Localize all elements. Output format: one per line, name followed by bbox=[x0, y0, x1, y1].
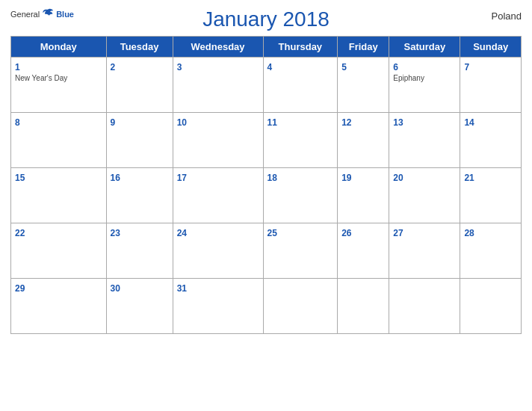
header-monday: Monday bbox=[11, 37, 107, 58]
week-row-4: 22232425262728 bbox=[11, 223, 522, 279]
week-row-1: 1New Year's Day23456Epiphany7 bbox=[11, 58, 522, 113]
week-row-5: 293031 bbox=[11, 279, 522, 334]
header-thursday: Thursday bbox=[263, 37, 338, 58]
header-row: General Blue January 2018 Poland bbox=[10, 7, 522, 31]
day-cell: 18 bbox=[263, 168, 338, 223]
day-number: 29 bbox=[15, 283, 25, 294]
day-cell: 25 bbox=[263, 223, 338, 279]
week-row-3: 15161718192021 bbox=[11, 168, 522, 223]
day-number: 22 bbox=[15, 228, 25, 238]
logo-area: General Blue bbox=[10, 7, 74, 21]
day-cell: 24 bbox=[173, 223, 263, 279]
day-number: 4 bbox=[267, 62, 273, 72]
day-cell: 9 bbox=[106, 113, 173, 168]
header-saturday: Saturday bbox=[389, 37, 460, 58]
day-cell: 6Epiphany bbox=[389, 58, 460, 113]
day-number: 1 bbox=[15, 62, 20, 72]
day-cell: 23 bbox=[106, 223, 173, 279]
day-number: 26 bbox=[341, 228, 351, 238]
day-cell: 13 bbox=[389, 113, 460, 168]
day-number: 20 bbox=[393, 173, 403, 183]
day-cell: 26 bbox=[338, 223, 389, 279]
day-cell: 30 bbox=[106, 279, 173, 334]
calendar-title: January 2018 bbox=[202, 7, 330, 31]
holiday-label: New Year's Day bbox=[15, 74, 102, 82]
day-number: 10 bbox=[177, 117, 187, 128]
day-number: 14 bbox=[464, 117, 474, 128]
day-cell: 21 bbox=[460, 168, 522, 223]
day-cell: 11 bbox=[263, 113, 338, 168]
day-cell: 10 bbox=[173, 113, 263, 168]
header-tuesday: Tuesday bbox=[106, 37, 173, 58]
week-row-2: 891011121314 bbox=[11, 113, 522, 168]
day-cell: 14 bbox=[460, 113, 522, 168]
day-cell: 3 bbox=[173, 58, 263, 113]
day-cell: 27 bbox=[389, 223, 460, 279]
day-cell: 22 bbox=[11, 223, 107, 279]
day-number: 24 bbox=[177, 228, 187, 238]
holiday-label: Epiphany bbox=[393, 74, 456, 82]
calendar-table: Monday Tuesday Wednesday Thursday Friday… bbox=[10, 36, 522, 334]
day-cell: 7 bbox=[460, 58, 522, 113]
day-number: 15 bbox=[15, 173, 25, 183]
day-cell: 19 bbox=[338, 168, 389, 223]
day-cell bbox=[338, 279, 389, 334]
calendar-container: General Blue January 2018 Poland Monday … bbox=[0, 0, 532, 411]
day-number: 11 bbox=[267, 117, 277, 128]
country-label: Poland bbox=[492, 10, 522, 22]
day-number: 23 bbox=[111, 228, 120, 238]
day-cell: 5 bbox=[338, 58, 389, 113]
day-number: 27 bbox=[393, 228, 403, 238]
day-number: 7 bbox=[464, 62, 469, 72]
day-number: 17 bbox=[177, 173, 187, 183]
day-number: 25 bbox=[267, 228, 277, 238]
day-number: 18 bbox=[267, 173, 277, 183]
bird-icon bbox=[41, 7, 55, 21]
header-friday: Friday bbox=[338, 37, 389, 58]
day-number: 12 bbox=[341, 117, 351, 128]
day-number: 2 bbox=[111, 62, 116, 72]
logo-general: General bbox=[10, 10, 40, 19]
day-cell: 4 bbox=[263, 58, 338, 113]
day-cell bbox=[460, 279, 522, 334]
day-cell: 31 bbox=[173, 279, 263, 334]
day-number: 9 bbox=[111, 117, 116, 128]
day-cell: 15 bbox=[11, 168, 107, 223]
day-cell: 20 bbox=[389, 168, 460, 223]
day-cell: 17 bbox=[173, 168, 263, 223]
day-number: 3 bbox=[177, 62, 182, 72]
day-cell bbox=[263, 279, 338, 334]
weekday-header-row: Monday Tuesday Wednesday Thursday Friday… bbox=[11, 37, 522, 58]
day-cell: 8 bbox=[11, 113, 107, 168]
day-cell: 1New Year's Day bbox=[11, 58, 107, 113]
day-number: 30 bbox=[111, 283, 120, 294]
day-cell bbox=[389, 279, 460, 334]
day-number: 5 bbox=[341, 62, 347, 72]
day-number: 19 bbox=[341, 173, 351, 183]
day-cell: 28 bbox=[460, 223, 522, 279]
day-number: 31 bbox=[177, 283, 187, 294]
logo-blue: Blue bbox=[56, 10, 74, 19]
day-cell: 12 bbox=[338, 113, 389, 168]
day-number: 28 bbox=[464, 228, 474, 238]
header-wednesday: Wednesday bbox=[173, 37, 263, 58]
logo-text: General Blue bbox=[10, 7, 74, 21]
day-number: 8 bbox=[15, 117, 20, 128]
day-number: 13 bbox=[393, 117, 403, 128]
day-number: 6 bbox=[393, 62, 398, 72]
day-cell: 29 bbox=[11, 279, 107, 334]
header-sunday: Sunday bbox=[460, 37, 522, 58]
day-cell: 16 bbox=[106, 168, 173, 223]
day-number: 21 bbox=[464, 173, 474, 183]
day-number: 16 bbox=[111, 173, 120, 183]
day-cell: 2 bbox=[106, 58, 173, 113]
